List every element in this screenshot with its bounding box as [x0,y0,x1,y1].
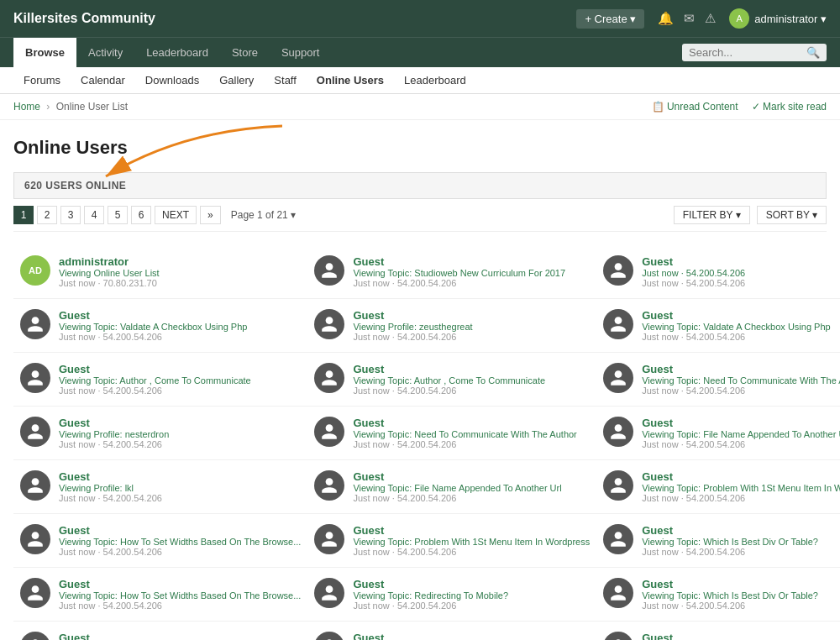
sort-by-button[interactable]: SORT BY ▾ [757,206,827,224]
user-item: Guest Viewing Topic: Valdate A Checkbox … [596,299,840,353]
users-online-bar: 620 USERS ONLINE [13,172,827,199]
user-meta: Just now · 70.80.231.70 [59,278,301,288]
page-next-btn[interactable]: NEXT [155,206,197,224]
page-btn-2[interactable]: 2 [37,206,57,224]
user-name[interactable]: Guest [353,417,590,429]
page-btn-4[interactable]: 4 [84,206,104,224]
subnav-calendar[interactable]: Calendar [71,67,135,93]
tab-support[interactable]: Support [270,38,332,67]
user-avatar [314,632,344,640]
user-info: Guest Viewing Topic: Valdate A Checkbox … [642,309,840,342]
user-name[interactable]: Guest [642,632,840,640]
user-item: Guest Viewing Topic: File Name Appended … [596,407,840,460]
tab-activity[interactable]: Activity [76,38,134,67]
user-activity: Viewing Topic: How To Set Widths Based O… [59,537,301,547]
user-name[interactable]: Guest [353,255,590,268]
user-avatar [603,632,633,640]
bell-icon[interactable]: 🔔 [658,11,674,26]
user-item: Guest Viewing Topic: Author , Come To Co… [307,353,596,407]
user-name[interactable]: Guest [353,578,590,590]
user-item: AD administrator Viewing Online User Lis… [13,245,307,299]
users-grid: AD administrator Viewing Online User Lis… [13,245,827,640]
user-item: Guest Viewing Topic: Problem With 1St Me… [596,460,840,514]
page-btn-3[interactable]: 3 [60,206,81,224]
user-item: Guest Viewing Topic: How To Set Widths B… [13,568,307,622]
tab-store[interactable]: Store [220,38,270,67]
tab-leaderboard[interactable]: Leaderboard [134,38,220,67]
create-button[interactable]: + Create ▾ [576,9,644,29]
page-last-btn[interactable]: » [200,206,221,224]
user-name[interactable]: Guest [642,470,840,483]
subnav-gallery[interactable]: Gallery [209,67,264,93]
user-item: Guest Viewing Topic: Problem With 1St Me… [307,514,596,568]
user-activity: Viewing Profile: lkl [59,483,301,493]
user-name[interactable]: Guest [353,524,590,537]
user-name[interactable]: Guest [59,417,301,429]
user-meta: Just now · 54.200.54.206 [353,547,590,557]
subnav-staff[interactable]: Staff [264,67,307,93]
user-meta: Just now · 54.200.54.206 [59,386,301,396]
subnav-downloads[interactable]: Downloads [135,67,209,93]
subnav-online-users[interactable]: Online Users [307,67,394,93]
mail-icon[interactable]: ✉ [684,11,695,26]
user-name[interactable]: Guest [353,309,590,322]
user-avatar [20,309,50,339]
main-navigation: Browse Activity Leaderboard Store Suppor… [0,37,840,67]
user-name[interactable]: Guest [642,309,840,322]
page-content: Online Users 620 USERS ONLINE 1 2 3 4 5 … [0,120,840,640]
user-activity: Viewing Topic: File Name Appended To Ano… [642,429,840,439]
page-info[interactable]: Page 1 of 21 ▾ [231,209,296,221]
user-meta: Just now · 54.200.54.206 [642,601,840,611]
avatar: A [729,8,749,29]
search-input[interactable] [689,46,806,59]
user-info: Guest Viewing Topic: Need To Communicate… [353,417,590,449]
user-name[interactable]: Guest [59,578,301,590]
admin-menu[interactable]: A administrator ▾ [729,8,827,29]
user-name[interactable]: Guest [59,632,301,640]
user-info: Guest Just now · 54.200.54.206 Just now … [642,255,840,288]
user-activity: Viewing Topic: How To Set Widths Based O… [59,590,301,601]
page-btn-1[interactable]: 1 [13,206,34,224]
tab-browse[interactable]: Browse [13,38,76,67]
user-item: Guest Just now · 54.200.54.206 Just now … [596,245,840,299]
user-name[interactable]: Guest [642,417,840,429]
user-name[interactable]: administrator [59,255,301,268]
user-info: Guest Viewing Topic: Which Is Best Div O… [642,632,840,640]
user-avatar [314,363,344,393]
breadcrumb-home[interactable]: Home [13,101,40,113]
pagination-left: 1 2 3 4 5 6 NEXT » Page 1 of 21 ▾ [13,206,296,224]
user-activity: Viewing Profile: nesterdron [59,429,301,439]
user-name[interactable]: Guest [59,524,301,537]
user-name[interactable]: Guest [353,363,590,375]
subnav-leaderboard[interactable]: Leaderboard [394,67,476,93]
user-name[interactable]: Guest [59,470,301,483]
subnav-forums[interactable]: Forums [13,67,71,93]
user-activity: Viewing Topic: Valdate A Checkbox Using … [59,322,301,332]
user-avatar [603,255,633,286]
user-name[interactable]: Guest [59,363,301,375]
filter-by-button[interactable]: FILTER BY ▾ [674,206,750,224]
unread-content-link[interactable]: 📋 Unread Content [652,101,738,113]
user-name[interactable]: Guest [353,470,590,483]
user-avatar [20,632,50,640]
user-avatar [20,524,50,554]
user-meta: Just now · 54.200.54.206 [642,493,840,503]
user-info: administrator Viewing Online User List J… [59,255,301,288]
user-name[interactable]: Guest [353,632,590,640]
user-name[interactable]: Guest [59,309,301,322]
user-name[interactable]: Guest [642,255,840,268]
alert-icon[interactable]: ⚠ [705,11,716,26]
user-name[interactable]: Guest [642,524,840,537]
user-activity: Viewing Topic: Valdate A Checkbox Using … [642,322,840,332]
user-meta: Just now · 54.200.54.206 [59,332,301,342]
user-name[interactable]: Guest [642,578,840,590]
mark-site-read-link[interactable]: ✓ Mark site read [752,101,827,113]
user-activity: Viewing Online User List [59,268,301,278]
search-icon[interactable]: 🔍 [806,46,820,59]
unread-icon: 📋 [652,101,664,113]
user-activity: Viewing Topic: File Name Appended To Ano… [353,483,590,493]
page-btn-6[interactable]: 6 [131,206,151,224]
user-name[interactable]: Guest [642,363,840,375]
page-btn-5[interactable]: 5 [108,206,128,224]
user-avatar [20,470,50,501]
